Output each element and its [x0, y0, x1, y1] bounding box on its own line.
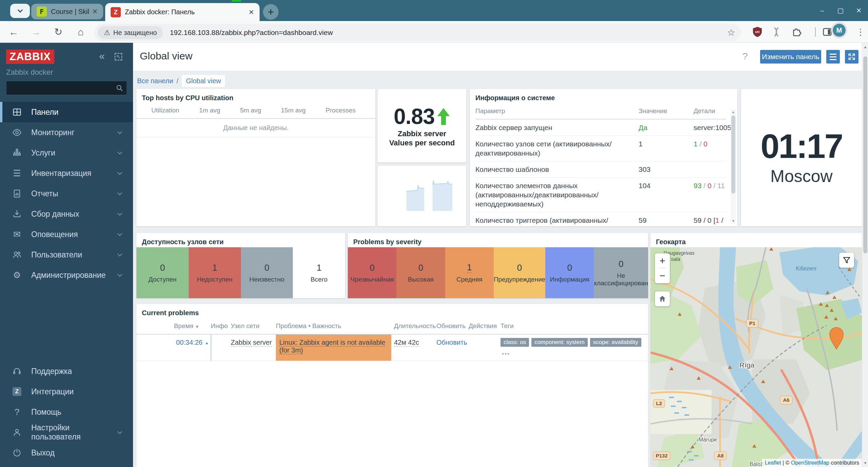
- widget-scrollbar[interactable]: ▲ ▼: [731, 109, 736, 223]
- clock-city: Moscow: [770, 166, 832, 186]
- help-icon[interactable]: ?: [742, 51, 748, 62]
- sidebar-item-monitoring[interactable]: Мониторинг: [0, 122, 133, 143]
- table-row: Zabbix сервер запущен Да server:10051: [475, 120, 726, 136]
- sidebar-pin-icon[interactable]: ↖: [115, 53, 122, 60]
- search-icon: [116, 84, 123, 92]
- availability-cell-unavailable: 1 Недоступен: [189, 247, 241, 298]
- browser-tab-zabbix[interactable]: Z Zabbix docker: Панель ✕: [105, 3, 260, 21]
- host-link[interactable]: Zabbix server: [231, 339, 272, 346]
- window-maximize-button[interactable]: ▢: [831, 0, 850, 21]
- ublock-extension-icon[interactable]: UO: [751, 21, 764, 43]
- sidebar-item-services[interactable]: Услуги: [0, 143, 133, 163]
- sidebar-item-inventory[interactable]: ☰ Инвентаризация: [0, 163, 133, 183]
- address-bar[interactable]: ⚠ Не защищено 192.168.103.88/zabbix.php?…: [94, 24, 741, 41]
- value-cell: 1: [639, 139, 688, 158]
- count: 0: [418, 263, 423, 273]
- fullscreen-button[interactable]: [845, 50, 858, 64]
- dashboard-menu-button[interactable]: [826, 50, 840, 64]
- column-header-time[interactable]: Время ▼: [142, 322, 208, 330]
- sidebar-item-user-settings[interactable]: Настройки пользователя: [0, 422, 133, 443]
- value-cell: 303: [639, 165, 688, 174]
- map-attribution: Leaflet | © OpenStreetMap contributors: [762, 459, 862, 467]
- metric-name: Values per second: [389, 138, 455, 147]
- details-cell: server:10051: [694, 123, 735, 132]
- leaflet-link[interactable]: Leaflet: [765, 460, 781, 466]
- browser-tab-skillfactory[interactable]: F Course | Skillfactory ✕: [31, 4, 103, 19]
- tab-close-icon[interactable]: ✕: [248, 8, 254, 16]
- bookmark-star-icon[interactable]: ☆: [727, 27, 735, 38]
- warning-icon: ⚠: [104, 29, 110, 37]
- breadcrumb-current[interactable]: Global view: [182, 75, 225, 87]
- browser-menu-icon[interactable]: ⋮: [854, 21, 867, 43]
- update-link[interactable]: Обновить: [436, 339, 467, 346]
- tag[interactable]: class: os: [501, 338, 529, 347]
- security-badge[interactable]: ⚠ Не защищено: [98, 26, 163, 39]
- extension-ribbon-icon[interactable]: [770, 21, 783, 43]
- problem-time-link[interactable]: 00:34:26: [176, 339, 203, 346]
- sidebar-search[interactable]: [6, 81, 127, 95]
- sidebar-item-data-collection[interactable]: Сбор данных: [0, 204, 133, 224]
- column-header: 1m avg: [199, 107, 220, 114]
- sidebar-item-integrations[interactable]: Z Интеграции: [0, 381, 133, 402]
- tab-search-button[interactable]: [10, 4, 30, 18]
- column-header: Действия: [469, 322, 498, 330]
- forward-icon[interactable]: →: [26, 21, 45, 43]
- osm-link[interactable]: OpenStreetMap: [791, 460, 829, 466]
- severity-cell-high: 0 Высокая: [396, 247, 445, 298]
- empty-message: Данные не найдены.: [136, 119, 375, 137]
- sidebar-collapse-icon[interactable]: «: [99, 51, 105, 61]
- problem-row: 00:34:26 • Zabbix server Linux: Zabbix a…: [136, 335, 648, 361]
- tag[interactable]: component: system: [531, 338, 587, 347]
- search-input[interactable]: [6, 84, 116, 92]
- zoom-out-button[interactable]: −: [659, 268, 665, 283]
- sidebar-item-support[interactable]: Поддержка: [0, 361, 133, 381]
- window-minimize-button[interactable]: –: [813, 0, 831, 21]
- edit-dashboard-button[interactable]: Изменить панель: [760, 50, 821, 64]
- sidebar-item-label: Оповещения: [31, 230, 118, 239]
- map-label-lake: Kišezers: [796, 266, 816, 271]
- window-close-button[interactable]: ✕: [850, 0, 868, 21]
- reload-icon[interactable]: ↻: [49, 21, 68, 43]
- tag[interactable]: scope: availability: [590, 338, 641, 347]
- sidebar-item-alerts[interactable]: ✉ Оповещения: [0, 224, 133, 245]
- avatar-initial: M: [833, 24, 846, 37]
- list-icon: ☰: [10, 169, 24, 178]
- sidebar-item-dashboards[interactable]: Панели: [0, 102, 133, 122]
- server-name: Zabbix docker: [6, 68, 53, 77]
- label: Предупреждение: [494, 276, 545, 283]
- duration-value[interactable]: 42м 42с: [394, 339, 419, 346]
- breadcrumb-all-dashboards[interactable]: Все панели: [137, 77, 173, 85]
- profile-avatar[interactable]: M: [831, 22, 847, 38]
- map-filter-button[interactable]: [839, 253, 854, 268]
- extensions-icon[interactable]: [789, 21, 804, 43]
- power-icon: [10, 448, 24, 457]
- geomap-canvas[interactable]: Daugavgrivas sala Kišezers Rīga Mārupe B…: [650, 247, 862, 467]
- home-icon[interactable]: ⌂: [71, 21, 90, 43]
- severity-cell-average: 1 Средняя: [445, 247, 494, 298]
- scrollbar-thumb[interactable]: [863, 56, 867, 253]
- column-header: Узел сети: [231, 322, 273, 330]
- label: Высокая: [408, 276, 434, 283]
- clock-time: 01:17: [761, 129, 843, 163]
- page-scrollbar[interactable]: ▲ ▼: [862, 43, 868, 467]
- map-home-button[interactable]: [655, 291, 670, 306]
- more-tags-button[interactable]: •••: [502, 351, 510, 357]
- tab-close-icon[interactable]: ✕: [92, 7, 98, 16]
- sidebar-item-help[interactable]: ? Помощь: [0, 402, 133, 422]
- zoom-in-button[interactable]: +: [659, 253, 665, 268]
- sidebar-item-sign-out[interactable]: Выход: [0, 443, 133, 463]
- problem-link[interactable]: Linux: Zabbix agent is not available (fo…: [279, 339, 385, 354]
- count-link[interactable]: 1: [467, 262, 472, 273]
- tags-cell: class: os component: system scope: avail…: [501, 335, 643, 361]
- new-tab-button[interactable]: +: [263, 4, 279, 20]
- widget-graph: [378, 166, 466, 226]
- back-icon[interactable]: ←: [4, 21, 23, 43]
- zabbix-logo[interactable]: ZABBIX: [6, 50, 54, 64]
- widget-system-info: Информация о системе Параметр Значение Д…: [470, 89, 737, 226]
- url-text[interactable]: 192.168.103.88/zabbix.php?action=dashboa…: [170, 29, 727, 37]
- sidebar-item-users[interactable]: Пользователи: [0, 245, 133, 265]
- scrollbar-thumb[interactable]: [731, 115, 735, 194]
- info-cell: [211, 335, 228, 361]
- sidebar-item-reports[interactable]: Отчеты: [0, 183, 133, 204]
- sidebar-item-administration[interactable]: ⚙ Администрирование: [0, 265, 133, 285]
